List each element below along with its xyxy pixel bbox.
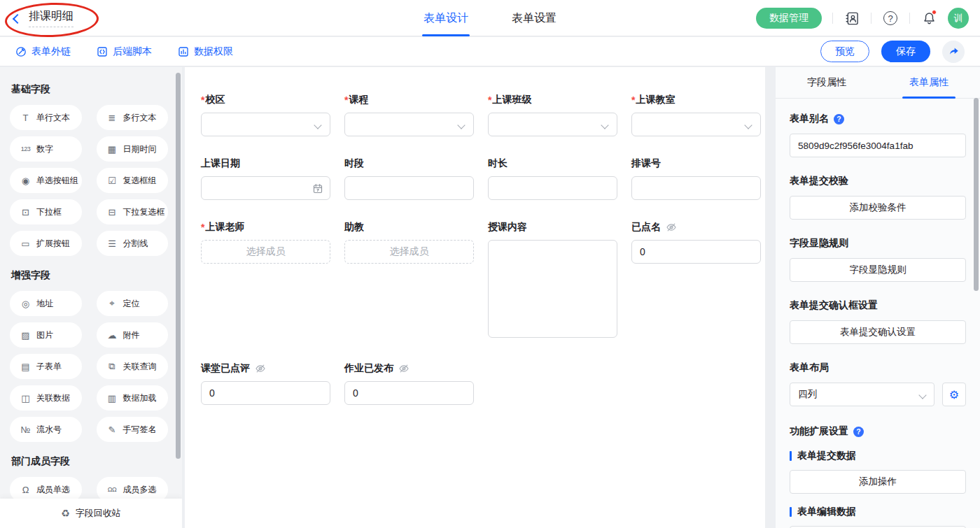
sidebar-item-attachment[interactable]: ☁ 附件 xyxy=(97,322,169,348)
sidebar-item-divider-line[interactable]: ☰ 分割线 xyxy=(97,231,169,256)
field-course-content[interactable]: 授课内容 xyxy=(488,220,617,340)
tab-form-settings[interactable]: 表单设置 xyxy=(512,0,556,36)
sidebar-item-multi-line-text[interactable]: ≣ 多行文本 xyxy=(97,105,169,130)
layout-select[interactable]: 四列 xyxy=(790,383,934,406)
attachment-icon: ☁ xyxy=(107,330,118,341)
sidebar-item-dropdown[interactable]: ⊡ 下拉框 xyxy=(10,199,82,224)
field-campus[interactable]: *校区 xyxy=(201,93,330,136)
sidebar-item-data-load[interactable]: ▥ 数据加载 xyxy=(97,385,169,411)
field-class-date[interactable]: 上课日期 xyxy=(201,157,330,200)
sidebar-item-multi-dropdown[interactable]: ⊟ 下拉复选框 xyxy=(97,199,169,224)
sidebar-item-linked-query[interactable]: ⧉ 关联查询 xyxy=(97,354,169,379)
avatar[interactable]: 训 xyxy=(948,8,969,29)
roll-called-input[interactable] xyxy=(631,240,761,264)
duration-input[interactable] xyxy=(488,176,617,200)
add-check-condition-button[interactable]: 添加校验条件 xyxy=(790,196,966,220)
course-select[interactable] xyxy=(344,113,474,136)
field-class[interactable]: *上课班级 xyxy=(488,93,617,136)
share-button[interactable] xyxy=(942,41,965,63)
sidebar-item-linked-data[interactable]: ◫ 关联数据 xyxy=(10,385,82,411)
tab-form-properties[interactable]: 表单属性 xyxy=(878,67,980,98)
section-title-enhanced-fields: 增强字段 xyxy=(11,269,168,282)
location-icon: ⌖ xyxy=(107,298,118,309)
help-icon[interactable]: ? xyxy=(882,10,899,27)
sidebar-item-location[interactable]: ⌖ 定位 xyxy=(97,291,169,316)
field-duration[interactable]: 时长 xyxy=(488,157,617,200)
sidebar-scrollbar[interactable] xyxy=(176,73,181,459)
divider-line-icon: ☰ xyxy=(107,238,118,249)
sidebar-item-single-line-text[interactable]: T 单行文本 xyxy=(10,105,82,130)
address-book-icon[interactable] xyxy=(844,10,860,27)
tab-field-properties[interactable]: 字段属性 xyxy=(776,67,878,98)
share-icon xyxy=(948,45,960,57)
field-roll-called[interactable]: 已点名 xyxy=(631,220,761,264)
field-recycle-bin[interactable]: ♻ 字段回收站 xyxy=(0,499,182,528)
sidebar-item-signature[interactable]: ✎ 手写签名 xyxy=(97,417,169,442)
assistant-member-picker[interactable]: 选择成员 xyxy=(344,240,474,264)
submit-confirm-button[interactable]: 表单提交确认设置 xyxy=(790,320,966,344)
teacher-member-picker[interactable]: 选择成员 xyxy=(201,240,330,264)
classroom-select[interactable] xyxy=(631,113,761,136)
dropdown-icon: ⊡ xyxy=(20,207,31,217)
course-content-textarea[interactable] xyxy=(488,240,617,338)
signature-icon: ✎ xyxy=(107,424,118,435)
help-icon[interactable]: ? xyxy=(853,427,864,437)
eye-off-icon xyxy=(255,363,266,374)
panel-scrollbar[interactable] xyxy=(974,98,979,291)
class-reviewed-input[interactable] xyxy=(201,381,330,405)
form-layout-label: 表单布局 xyxy=(790,362,966,374)
address-icon: ◎ xyxy=(20,299,31,309)
time-slot-input[interactable] xyxy=(344,176,474,200)
field-assistant[interactable]: 助教 选择成员 xyxy=(344,220,474,264)
section-title-basic-fields: 基础字段 xyxy=(11,83,168,96)
backend-script-link[interactable]: 后端脚本 xyxy=(97,45,152,58)
field-homework-published[interactable]: 作业已发布 xyxy=(344,362,474,405)
sidebar-item-datetime[interactable]: ▦ 日期时间 xyxy=(97,136,169,162)
sidebar-item-number[interactable]: 123 数字 xyxy=(10,136,82,162)
notification-dot xyxy=(932,10,937,15)
eye-off-icon xyxy=(398,363,410,374)
visibility-rules-button[interactable]: 字段显隐规则 xyxy=(790,258,966,282)
class-date-input[interactable] xyxy=(201,176,330,200)
campus-select[interactable] xyxy=(201,113,330,136)
sidebar-item-extend-button[interactable]: ▭ 扩展按钮 xyxy=(10,231,82,256)
field-schedule-no[interactable]: 排课号 xyxy=(631,157,761,200)
divider xyxy=(871,13,872,24)
form-toolbar: 表单外链 后端脚本 数据权限 预览 保存 xyxy=(0,37,980,66)
tab-form-design[interactable]: 表单设计 xyxy=(424,0,468,36)
form-external-link[interactable]: 表单外链 xyxy=(15,45,71,58)
preview-button[interactable]: 预览 xyxy=(820,41,869,62)
save-button[interactable]: 保存 xyxy=(881,41,930,62)
field-time-slot[interactable]: 时段 xyxy=(344,157,474,200)
sidebar-item-subform[interactable]: ▤ 子表单 xyxy=(10,354,82,379)
sidebar-item-radio-group[interactable]: ◉ 单选按钮组 xyxy=(10,168,82,193)
field-teacher[interactable]: *上课老师 选择成员 xyxy=(201,220,330,264)
form-canvas: *校区 *课程 *上课班级 *上课教室 上课日期 xyxy=(185,67,765,528)
sidebar-item-serial-number[interactable]: № 流水号 xyxy=(10,417,82,442)
data-manage-button[interactable]: 数据管理 xyxy=(756,8,822,29)
schedule-no-input[interactable] xyxy=(631,176,761,200)
class-select[interactable] xyxy=(488,113,617,136)
sidebar-item-address[interactable]: ◎ 地址 xyxy=(10,291,82,316)
required-mark: * xyxy=(201,222,204,233)
help-icon[interactable]: ? xyxy=(834,114,844,124)
sidebar-item-checkbox-group[interactable]: ☑ 复选框组 xyxy=(97,168,169,193)
gear-icon: ⚙ xyxy=(949,388,959,401)
data-permission-link[interactable]: 数据权限 xyxy=(178,45,233,58)
topbar-actions: 数据管理 ? 训 xyxy=(756,0,969,36)
required-mark: * xyxy=(344,94,348,106)
notification-bell-icon[interactable] xyxy=(920,10,937,27)
field-course[interactable]: *课程 xyxy=(344,93,474,136)
form-alias-label: 表单别名 xyxy=(790,113,829,125)
field-class-reviewed[interactable]: 课堂已点评 xyxy=(201,362,330,405)
datetime-icon: ▦ xyxy=(107,144,118,155)
chevron-down-icon xyxy=(601,121,608,129)
field-classroom[interactable]: *上课教室 xyxy=(631,93,761,136)
layout-settings-button[interactable]: ⚙ xyxy=(942,383,966,406)
submit-confirm-label: 表单提交确认框设置 xyxy=(790,299,966,312)
homework-published-input[interactable] xyxy=(344,381,474,405)
form-alias-input[interactable] xyxy=(790,134,966,157)
add-submit-action-button[interactable]: 添加操作 xyxy=(790,470,966,494)
submit-check-label: 表单提交校验 xyxy=(790,175,966,187)
sidebar-item-image[interactable]: ▨ 图片 xyxy=(10,322,82,348)
